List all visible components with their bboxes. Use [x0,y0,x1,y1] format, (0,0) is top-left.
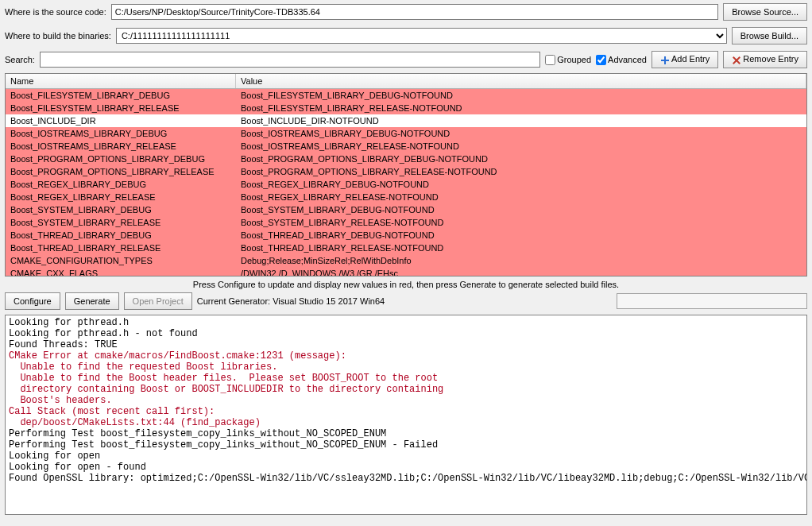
console-line: Unable to find the Boost header files. P… [9,373,803,384]
cache-name: CMAKE_CONFIGURATION_TYPES [6,254,236,267]
console-line: dep/boost/CMakeLists.txt:44 (find_packag… [9,417,803,428]
console-line: directory containing Boost or BOOST_INCL… [9,384,803,395]
table-row[interactable]: Boost_IOSTREAMS_LIBRARY_DEBUGBoost_IOSTR… [6,127,806,140]
configure-button[interactable]: Configure [5,292,60,310]
cache-name: Boost_SYSTEM_LIBRARY_DEBUG [6,203,236,216]
table-row[interactable]: Boost_FILESYSTEM_LIBRARY_RELEASEBoost_FI… [6,102,806,114]
cache-value[interactable]: Boost_FILESYSTEM_LIBRARY_RELEASE-NOTFOUN… [236,102,806,114]
table-row[interactable]: Boost_INCLUDE_DIRBoost_INCLUDE_DIR-NOTFO… [6,114,806,127]
search-input[interactable] [40,52,540,68]
cache-name: Boost_REGEX_LIBRARY_RELEASE [6,191,236,203]
browse-source-button[interactable]: Browse Source... [723,3,807,21]
cache-name: Boost_INCLUDE_DIR [6,114,236,127]
table-row[interactable]: Boost_FILESYSTEM_LIBRARY_DEBUGBoost_FILE… [6,89,806,102]
add-entry-label: Add Entry [671,54,710,64]
cache-name: Boost_FILESYSTEM_LIBRARY_RELEASE [6,102,236,114]
console-line: Found OpenSSL library: optimized;C:/Open… [9,473,803,484]
console-line: Looking for open [9,451,803,462]
cache-value[interactable]: Boost_THREAD_LIBRARY_RELEASE-NOTFOUND [236,242,806,254]
advanced-label: Advanced [608,55,647,64]
cache-name: Boost_PROGRAM_OPTIONS_LIBRARY_RELEASE [6,165,236,178]
hint-text: Press Configure to update and display ne… [0,277,812,291]
plus-icon [660,56,670,65]
table-row[interactable]: Boost_SYSTEM_LIBRARY_DEBUGBoost_SYSTEM_L… [6,203,806,216]
col-header-name[interactable]: Name [6,74,236,88]
table-row[interactable]: Boost_THREAD_LIBRARY_RELEASEBoost_THREAD… [6,242,806,254]
console-line: Performing Test boost_filesystem_copy_li… [9,439,803,451]
cache-value[interactable]: Boost_PROGRAM_OPTIONS_LIBRARY_RELEASE-NO… [236,165,806,178]
cache-value[interactable]: Boost_THREAD_LIBRARY_DEBUG-NOTFOUND [236,229,806,242]
build-path-select[interactable]: C:/11111111111111111111 [116,28,727,44]
console-line: Looking for pthread.h [9,317,803,328]
table-row[interactable]: Boost_PROGRAM_OPTIONS_LIBRARY_DEBUGBoost… [6,153,806,165]
col-header-value[interactable]: Value [236,74,806,88]
cache-value[interactable]: Boost_REGEX_LIBRARY_DEBUG-NOTFOUND [236,178,806,191]
advanced-checkbox[interactable]: Advanced [596,55,647,65]
cache-value[interactable]: Boost_REGEX_LIBRARY_RELEASE-NOTFOUND [236,191,806,203]
cache-value[interactable]: Boost_INCLUDE_DIR-NOTFOUND [236,114,806,127]
table-row[interactable]: Boost_PROGRAM_OPTIONS_LIBRARY_RELEASEBoo… [6,165,806,178]
cache-name: Boost_FILESYSTEM_LIBRARY_DEBUG [6,89,236,102]
table-row[interactable]: Boost_SYSTEM_LIBRARY_RELEASEBoost_SYSTEM… [6,216,806,229]
console-line: Looking for open - found [9,462,803,473]
cache-value[interactable]: Boost_PROGRAM_OPTIONS_LIBRARY_DEBUG-NOTF… [236,153,806,165]
remove-entry-label: Remove Entry [743,54,798,64]
x-icon [732,56,741,65]
cache-value[interactable]: Boost_IOSTREAMS_LIBRARY_DEBUG-NOTFOUND [236,127,806,140]
table-row[interactable]: Boost_REGEX_LIBRARY_RELEASEBoost_REGEX_L… [6,191,806,203]
cache-value[interactable]: Boost_FILESYSTEM_LIBRARY_DEBUG-NOTFOUND [236,89,806,102]
console-line: Boost's headers. [9,395,803,406]
cache-name: Boost_THREAD_LIBRARY_DEBUG [6,229,236,242]
table-row[interactable]: CMAKE_CXX_FLAGS/DWIN32 /D_WINDOWS /W3 /G… [6,267,806,276]
console-line: CMake Error at cmake/macros/FindBoost.cm… [9,350,803,362]
table-row[interactable]: CMAKE_CONFIGURATION_TYPESDebug;Release;M… [6,254,806,267]
console-line: Call Stack (most recent call first): [9,406,803,417]
console-line: Unable to find the requested Boost libra… [9,362,803,373]
cache-name: Boost_REGEX_LIBRARY_DEBUG [6,178,236,191]
cache-value[interactable]: Boost_IOSTREAMS_LIBRARY_RELEASE-NOTFOUND [236,140,806,153]
add-entry-button[interactable]: Add Entry [652,51,718,68]
cache-name: Boost_IOSTREAMS_LIBRARY_RELEASE [6,140,236,153]
grid-header: Name Value [6,74,806,89]
browse-build-button[interactable]: Browse Build... [732,27,807,44]
grouped-checkbox[interactable]: Grouped [545,55,591,65]
console-line: Looking for pthread.h - not found [9,328,803,339]
remove-entry-button[interactable]: Remove Entry [723,51,807,68]
output-console[interactable]: Looking for pthread.hLooking for pthread… [5,315,807,515]
table-row[interactable]: Boost_IOSTREAMS_LIBRARY_RELEASEBoost_IOS… [6,140,806,153]
source-path-input[interactable] [111,4,718,20]
search-label: Search: [5,55,35,64]
grid-body[interactable]: Boost_FILESYSTEM_LIBRARY_DEBUGBoost_FILE… [6,89,806,276]
cache-name: Boost_SYSTEM_LIBRARY_RELEASE [6,216,236,229]
progress-bar [617,293,807,309]
console-line: Performing Test boost_filesystem_copy_li… [9,428,803,439]
grouped-label: Grouped [557,55,591,64]
source-label: Where is the source code: [5,7,106,17]
cache-value[interactable]: Boost_SYSTEM_LIBRARY_RELEASE-NOTFOUND [236,216,806,229]
current-generator-label: Current Generator: Visual Studio 15 2017… [197,296,385,306]
build-label: Where to build the binaries: [5,31,111,41]
grouped-checkbox-input[interactable] [545,55,555,65]
cache-name: Boost_PROGRAM_OPTIONS_LIBRARY_DEBUG [6,153,236,165]
advanced-checkbox-input[interactable] [596,55,606,65]
console-line: Found Threads: TRUE [9,339,803,350]
cache-name: CMAKE_CXX_FLAGS [6,267,236,276]
cache-value[interactable]: Boost_SYSTEM_LIBRARY_DEBUG-NOTFOUND [236,203,806,216]
table-row[interactable]: Boost_THREAD_LIBRARY_DEBUGBoost_THREAD_L… [6,229,806,242]
cache-grid: Name Value Boost_FILESYSTEM_LIBRARY_DEBU… [5,73,807,277]
cache-value[interactable]: Debug;Release;MinSizeRel;RelWithDebInfo [236,254,806,267]
table-row[interactable]: Boost_REGEX_LIBRARY_DEBUGBoost_REGEX_LIB… [6,178,806,191]
open-project-button[interactable]: Open Project [124,292,192,310]
generate-button[interactable]: Generate [65,292,119,310]
cache-name: Boost_THREAD_LIBRARY_RELEASE [6,242,236,254]
cache-value[interactable]: /DWIN32 /D_WINDOWS /W3 /GR /EHsc [236,267,806,276]
cache-name: Boost_IOSTREAMS_LIBRARY_DEBUG [6,127,236,140]
